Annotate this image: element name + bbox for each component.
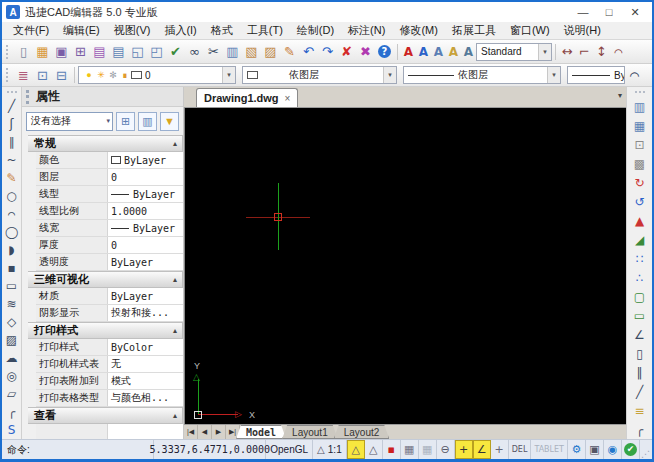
prop-view-partial[interactable] [36,424,183,439]
help-button[interactable]: ? [375,42,394,62]
selection-dropdown[interactable]: 没有选择 ▾ [26,112,113,131]
prop-lineweight[interactable]: 线宽 ByLayer [36,220,183,237]
layer-manager[interactable]: ≣ [14,65,33,85]
grips[interactable]: ∷ [631,249,649,268]
menu-view[interactable]: 视图(V) [107,22,158,39]
helix[interactable]: ≋ [3,295,21,313]
menu-edit[interactable]: 编辑(E) [56,22,107,39]
annotation-autoscale[interactable]: △ [365,440,383,459]
copy-object[interactable]: ▥ [631,97,649,116]
new-file[interactable]: ▯ [14,42,33,62]
text-edit[interactable]: A [446,42,461,62]
web-status[interactable]: ◉ [604,440,622,459]
menu-draw[interactable]: 绘制(D) [290,22,341,39]
chevron-down-icon[interactable]: ▾ [538,44,551,60]
delete[interactable]: ✘ [337,42,356,62]
mirror[interactable]: ▲ [631,211,649,230]
tab-model[interactable]: Model [236,425,286,439]
sketch[interactable]: ✎ [3,169,21,187]
circle[interactable]: ○ [3,187,21,205]
trim[interactable]: ∠ [631,325,649,344]
rotate-ccw[interactable]: ↺ [631,192,649,211]
prop-plot-style[interactable]: 打印样式 ByColor [36,339,183,356]
spline-edit[interactable]: S [3,421,21,439]
cut[interactable]: ✂ [204,42,223,62]
chevron-down-icon[interactable]: ▾ [383,67,396,83]
layer-previous[interactable]: ⊟ [52,65,71,85]
close-button[interactable]: ✕ [622,3,648,21]
break[interactable]: ‖ [631,363,649,382]
status-ok[interactable]: ✔ [622,440,640,459]
donut[interactable]: ◎ [3,367,21,385]
prop-plot-table-attach[interactable]: 打印表附加到 模式 [36,373,183,390]
maximize-button[interactable]: □ [596,3,622,21]
tab-first[interactable]: |◀ [184,425,198,439]
clean-screen[interactable]: ▣ [586,440,604,459]
chamfer[interactable]: ╱ [631,382,649,401]
collapse-icon[interactable]: ▴ [173,411,177,420]
dim-vertical[interactable]: ↕ [593,42,610,62]
snap-marker[interactable]: ▪ [383,440,401,459]
paste-special[interactable]: ▨ [261,42,280,62]
copy-nested[interactable]: ▦ [631,116,649,135]
lineweight-display[interactable]: + [491,440,509,459]
quick-select[interactable]: ▼ [160,112,179,131]
scale[interactable]: ▢ [631,287,649,306]
menu-file[interactable]: 文件(F) [6,22,56,39]
copy[interactable]: ▥ [223,42,242,62]
grid-display[interactable]: ▦ [401,440,419,459]
print[interactable]: ▤ [90,42,109,62]
polar-tracking[interactable]: ⊖ [437,440,455,459]
line[interactable]: ╱ [3,97,21,115]
command-line[interactable]: 命令: [2,440,154,459]
toggle-pickadd[interactable]: ⊞ [116,112,135,131]
array-dots[interactable]: ∴ [631,268,649,287]
prop-transparency[interactable]: 透明度 ByLayer [36,254,183,271]
collapse-icon[interactable]: ▴ [173,275,177,284]
print-preview[interactable]: ◱ [128,42,147,62]
draw-arc-button[interactable]: ⌒ [625,65,644,85]
tab-list-dropdown-icon[interactable]: ▾ [618,91,622,100]
minimize-button[interactable]: — [570,3,596,21]
format-painter[interactable]: ✎ [280,42,299,62]
menu-express[interactable]: 拓展工具 [445,22,503,39]
resize-grip[interactable]: ⋰ [640,440,652,459]
wipeout[interactable]: ▱ [3,385,21,403]
open-file[interactable]: ▦ [33,42,52,62]
arc[interactable]: ⌒ [3,205,21,223]
ellipse[interactable]: ◯ [3,223,21,241]
section-general-header[interactable]: 常规 ▴ [28,135,183,152]
text-style-2[interactable]: A [416,42,431,62]
text-style-1[interactable]: A [401,42,416,62]
extend-3d[interactable]: ▯ [631,344,649,363]
text-style-combo[interactable]: Standard ▾ [476,43,552,61]
dim-angular[interactable]: ⌐ [576,42,593,62]
menu-window[interactable]: 窗口(W) [503,22,557,39]
tablet-mode[interactable]: TABLET [531,440,568,459]
menu-insert[interactable]: 插入(I) [157,22,203,39]
color-combo[interactable]: 依图层 ▾ [242,66,397,84]
tab-layout2[interactable]: Layout2 [334,425,390,439]
close-tab-icon[interactable]: × [285,93,291,104]
block-edit[interactable]: ⊡ [631,135,649,154]
page-preview[interactable]: ◰ [147,42,166,62]
revision-cloud[interactable]: ☁ [3,349,21,367]
spell-check[interactable]: ✔ [166,42,185,62]
prop-color[interactable]: 颜色 ByLayer [36,152,183,169]
text-find[interactable]: A [461,42,476,62]
tab-prev[interactable]: ◀ [198,425,212,439]
section-plot-header[interactable]: 打印样式 ▴ [28,322,183,339]
prop-layer[interactable]: 图层 0 [36,169,183,186]
prop-linetype[interactable]: 线型 ByLayer [36,186,183,203]
save-as[interactable]: ⊞ [71,42,90,62]
settings[interactable]: ⚙ [568,440,586,459]
undo[interactable]: ↶ [299,42,318,62]
polyline[interactable]: ʃ [3,115,21,133]
lineweight-combo[interactable]: ByLayer [567,66,625,84]
linetype-combo[interactable]: 依图层 ▾ [403,66,561,84]
pedit[interactable]: ≡ [631,401,649,420]
fillet[interactable]: ╭ [631,420,649,439]
spline[interactable]: ~ [3,151,21,169]
mirror-2[interactable]: ◢ [631,230,649,249]
save[interactable]: ▣ [52,42,71,62]
